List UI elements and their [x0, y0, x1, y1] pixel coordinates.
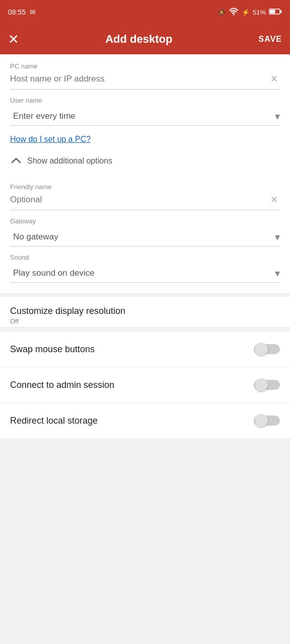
bell-muted-icon: 🔕	[218, 9, 226, 16]
sound-dropdown-arrow-icon: ▾	[275, 267, 280, 279]
save-button[interactable]: SAVE	[259, 35, 282, 44]
friendly-name-clear-icon[interactable]: ✕	[268, 193, 280, 206]
user-name-label: User name	[10, 97, 280, 104]
friendly-name-input-wrap: ✕	[10, 193, 280, 210]
status-bar-left: 08:55 ✉	[8, 8, 36, 16]
username-dropdown-value: Enter every time	[13, 111, 275, 121]
status-bar-right: 🔕 ⚡ 51%	[218, 8, 282, 17]
redirect-storage-toggle[interactable]	[254, 413, 280, 428]
redirect-storage-label: Redirect local storage	[10, 416, 254, 426]
sound-label: Sound	[10, 254, 280, 261]
gateway-dropdown[interactable]: No gateway ▾	[10, 227, 280, 247]
hostname-input[interactable]	[10, 72, 268, 86]
form-content: PC name ✕ User name Enter every time ▾ H…	[0, 54, 290, 438]
section-divider-1	[0, 293, 290, 297]
redirect-storage-toggle-thumb	[255, 414, 268, 427]
additional-options-section: Friendly name ✕ Gateway No gateway ▾ Sou…	[0, 179, 290, 293]
friendly-name-input[interactable]	[10, 193, 268, 207]
time-display: 08:55	[8, 8, 26, 16]
gateway-dropdown-arrow-icon: ▾	[275, 231, 280, 243]
toggle-settings-section: Swap mouse buttons Connect to admin sess…	[0, 332, 290, 438]
email-icon: ✉	[30, 8, 36, 16]
pc-name-label: PC name	[10, 62, 280, 70]
hostname-input-wrap: ✕	[10, 72, 280, 90]
show-options-row[interactable]: Show additional options	[10, 146, 280, 171]
swap-mouse-label: Swap mouse buttons	[10, 344, 254, 355]
connect-admin-row[interactable]: Connect to admin session	[0, 367, 290, 403]
connect-admin-toggle-thumb	[255, 378, 268, 391]
customize-display-label: Customize display resolution	[10, 306, 280, 316]
connect-admin-label: Connect to admin session	[10, 380, 254, 390]
gateway-dropdown-value: No gateway	[13, 232, 275, 242]
friendly-name-label: Friendly name	[10, 183, 280, 191]
chevron-up-icon	[10, 155, 22, 167]
swap-mouse-toggle[interactable]	[254, 342, 280, 357]
sound-dropdown[interactable]: Play sound on device ▾	[10, 263, 280, 283]
username-dropdown-arrow-icon: ▾	[275, 110, 280, 122]
username-dropdown[interactable]: Enter every time ▾	[10, 106, 280, 126]
page-title: Add desktop	[105, 33, 172, 46]
toolbar: ✕ Add desktop SAVE	[0, 24, 290, 54]
battery-percent: 51%	[253, 9, 266, 16]
battery-icon	[269, 8, 282, 17]
gateway-label: Gateway	[10, 217, 280, 225]
show-options-label: Show additional options	[27, 156, 112, 166]
svg-rect-3	[270, 10, 275, 13]
redirect-storage-row[interactable]: Redirect local storage	[0, 403, 290, 438]
sound-dropdown-value: Play sound on device	[13, 268, 275, 278]
swap-mouse-row[interactable]: Swap mouse buttons	[0, 332, 290, 367]
wifi-icon	[229, 8, 239, 17]
customize-display-row[interactable]: Customize display resolution Off	[0, 297, 290, 328]
pc-name-section: PC name ✕ User name Enter every time ▾ H…	[0, 54, 290, 179]
svg-rect-2	[280, 10, 282, 13]
battery-charging-icon: ⚡	[242, 9, 250, 16]
status-bar: 08:55 ✉ 🔕 ⚡ 51%	[0, 0, 290, 24]
customize-display-sublabel: Off	[10, 317, 280, 325]
swap-mouse-toggle-thumb	[255, 343, 268, 356]
hostname-clear-icon[interactable]: ✕	[268, 72, 280, 86]
close-button[interactable]: ✕	[8, 33, 19, 46]
svg-point-0	[233, 14, 235, 16]
help-link[interactable]: How do I set up a PC?	[10, 126, 91, 146]
connect-admin-toggle[interactable]	[254, 377, 280, 392]
